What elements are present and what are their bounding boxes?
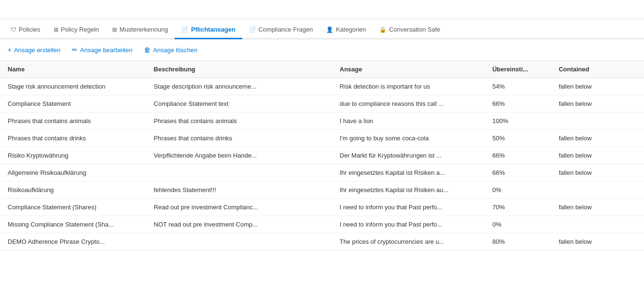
table-row[interactable]: Compliance Statement (Shares)Read out pr…: [0, 199, 644, 216]
table-row[interactable]: DEMO Adherence Phrase Crypto...The price…: [0, 233, 644, 250]
cell-uebereinstimmung: 0%: [485, 216, 551, 233]
cell-uebereinstimmung: 0%: [485, 182, 551, 199]
cell-contained: fallen below: [551, 147, 644, 164]
cell-name: Risikoaufklärung: [0, 182, 146, 199]
cell-uebereinstimmung: 100%: [485, 113, 551, 130]
table-row[interactable]: Missing Compliance Statement (Sha...NOT …: [0, 216, 644, 233]
cell-ansage: I need to inform you that Past perfo...: [332, 216, 484, 233]
create-button-label: Ansage erstellen: [14, 46, 60, 54]
cell-uebereinstimmung: 66%: [485, 164, 551, 182]
cell-name: Missing Compliance Statement (Sha...: [0, 216, 146, 233]
cell-beschreibung: [146, 164, 332, 182]
cell-beschreibung: Phrases that contains animals: [146, 113, 332, 130]
toolbar: +Ansage erstellen✏Ansage bearbeiten🗑Ansa…: [0, 39, 644, 61]
table-row[interactable]: Allgemeine RisikoaufklärungIhr eingesetz…: [0, 164, 644, 182]
policy-regeln-tab-label: Policy Regeln: [61, 26, 99, 33]
cell-contained: fallen below: [551, 199, 644, 216]
cell-contained: [551, 113, 644, 130]
cell-uebereinstimmung: 66%: [485, 95, 551, 113]
cell-beschreibung: Stage description risk announceme...: [146, 78, 332, 95]
cell-uebereinstimmung: 80%: [485, 233, 551, 250]
cell-beschreibung: [146, 233, 332, 250]
edit-button-icon: ✏: [72, 46, 78, 54]
cell-uebereinstimmung: 54%: [485, 78, 551, 95]
conversation-safe-tab-icon: 🔒: [379, 26, 386, 33]
tab-kategorien[interactable]: 👤Kategorien: [319, 21, 373, 39]
col-header-ansage: Ansage: [332, 61, 484, 78]
edit-button-label: Ansage bearbeiten: [80, 46, 132, 54]
table-header: NameBeschreibungAnsageÜbereinsti...Conta…: [0, 61, 644, 78]
cell-beschreibung: Verpflichtende Angabe beim Hande...: [146, 147, 332, 164]
pflichtansagen-tab-label: Pflichtansagen: [191, 26, 235, 33]
cell-ansage: Der Markt für Kryptowährungen ist ...: [332, 147, 484, 164]
cell-uebereinstimmung: 70%: [485, 199, 551, 216]
cell-beschreibung: Compliance Statement text: [146, 95, 332, 113]
cell-ansage: Ihr eingesetztes Kapital ist Risiken a..…: [332, 164, 484, 182]
cell-contained: fallen below: [551, 130, 644, 147]
delete-button[interactable]: 🗑Ansage löschen: [144, 44, 198, 56]
policy-regeln-tab-icon: ⊞: [54, 26, 59, 33]
col-header-uebereinstimmung: Übereinsti...: [485, 61, 551, 78]
cell-ansage: The prices of cryptocurrencies are u...: [332, 233, 484, 250]
tab-conversation-safe[interactable]: 🔒Conversation Safe: [373, 21, 447, 39]
create-button[interactable]: +Ansage erstellen: [8, 44, 60, 56]
tab-policy-regeln[interactable]: ⊞Policy Regeln: [47, 21, 106, 39]
col-header-contained: Contained: [551, 61, 644, 78]
cell-name: Compliance Statement (Shares): [0, 199, 146, 216]
col-header-name: Name: [0, 61, 146, 78]
cell-ansage: Risk detection is important for us: [332, 78, 484, 95]
table-row[interactable]: Phrases that contains drinksPhrases that…: [0, 130, 644, 147]
cell-contained: fallen below: [551, 95, 644, 113]
table-row[interactable]: Stage risk announcement detectionStage d…: [0, 78, 644, 95]
cell-contained: fallen below: [551, 164, 644, 182]
compliance-fragen-tab-label: Compliance Fragen: [258, 26, 313, 33]
table-scroll[interactable]: NameBeschreibungAnsageÜbereinsti...Conta…: [0, 61, 644, 294]
cell-beschreibung: fehlendes Statement!!!: [146, 182, 332, 199]
cell-name: Phrases that contains animals: [0, 113, 146, 130]
cell-beschreibung: Phrases that contains drinks: [146, 130, 332, 147]
tab-pflichtansagen[interactable]: 📄Pflichtansagen: [175, 21, 242, 39]
table-row[interactable]: Phrases that contains animalsPhrases tha…: [0, 113, 644, 130]
cell-name: Stage risk announcement detection: [0, 78, 146, 95]
cell-ansage: due to compliance reasons this call ...: [332, 95, 484, 113]
tab-policies[interactable]: 🛡Policies: [4, 21, 47, 39]
tab-compliance-fragen[interactable]: 📄Compliance Fragen: [242, 21, 319, 39]
cell-contained: fallen below: [551, 233, 644, 250]
cell-name: Compliance Statement: [0, 95, 146, 113]
table-area: NameBeschreibungAnsageÜbereinsti...Conta…: [0, 61, 644, 294]
table-row[interactable]: Risiko KryptowährungVerpflichtende Angab…: [0, 147, 644, 164]
table-body: Stage risk announcement detectionStage d…: [0, 78, 644, 250]
kategorien-tab-label: Kategorien: [336, 26, 366, 33]
cell-name: Allgemeine Risikoaufklärung: [0, 164, 146, 182]
compliance-fragen-tab-icon: 📄: [249, 26, 256, 33]
pflichtansagen-tab-icon: 📄: [181, 26, 188, 33]
cell-contained: [551, 182, 644, 199]
nav-tabs: 🛡Policies⊞Policy Regeln⊞Mustererkennung📄…: [0, 19, 644, 39]
kategorien-tab-icon: 👤: [326, 26, 333, 33]
col-header-beschreibung: Beschreibung: [146, 61, 332, 78]
create-button-icon: +: [8, 46, 12, 54]
policies-tab-label: Policies: [19, 26, 40, 33]
delete-button-icon: 🗑: [144, 46, 151, 54]
policies-tab-icon: 🛡: [11, 26, 16, 33]
tab-mustererkennung[interactable]: ⊞Mustererkennung: [105, 21, 175, 39]
edit-button[interactable]: ✏Ansage bearbeiten: [72, 44, 132, 56]
cell-ansage: I need to inform you that Past perfo...: [332, 199, 484, 216]
mustererkennung-tab-label: Mustererkennung: [119, 26, 168, 33]
mustererkennung-tab-icon: ⊞: [112, 26, 117, 33]
cell-uebereinstimmung: 50%: [485, 130, 551, 147]
cell-name: Phrases that contains drinks: [0, 130, 146, 147]
top-bar: [0, 0, 644, 19]
conversation-safe-tab-label: Conversation Safe: [389, 26, 440, 33]
cell-name: Risiko Kryptowährung: [0, 147, 146, 164]
table-row[interactable]: Risikoaufklärungfehlendes Statement!!!Ih…: [0, 182, 644, 199]
cell-contained: [551, 216, 644, 233]
table-row[interactable]: Compliance StatementCompliance Statement…: [0, 95, 644, 113]
cell-uebereinstimmung: 66%: [485, 147, 551, 164]
cell-contained: fallen below: [551, 78, 644, 95]
cell-ansage: Ihr eingesetztes Kapital ist Risiken au.…: [332, 182, 484, 199]
data-table: NameBeschreibungAnsageÜbereinsti...Conta…: [0, 61, 644, 250]
cell-ansage: I'm going to buy some coca-cola: [332, 130, 484, 147]
delete-button-label: Ansage löschen: [153, 46, 198, 54]
header-row: NameBeschreibungAnsageÜbereinsti...Conta…: [0, 61, 644, 78]
